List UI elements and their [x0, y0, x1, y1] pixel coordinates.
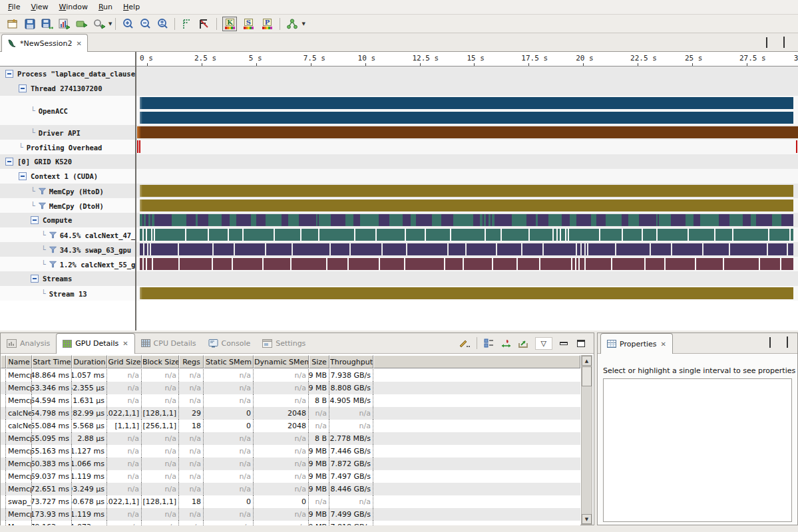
scroll-up-icon[interactable]: ▲	[582, 356, 592, 366]
table-row[interactable]: Memcpy160.383 ms1.066 msn/an/an/an/an/a9…	[1, 458, 580, 470]
stream-13-bar[interactable]	[136, 286, 798, 301]
timeline-bar[interactable]	[140, 214, 793, 226]
search-dropdown-caret[interactable]: ▼	[108, 21, 112, 27]
zoom-fit-icon[interactable]	[154, 16, 170, 32]
properties-close-icon[interactable]: ✕	[661, 340, 666, 348]
collapse-icon[interactable]	[31, 275, 39, 283]
driver-api-bar[interactable]	[136, 125, 798, 140]
tree-row[interactable]: [0] GRID K520	[0, 154, 135, 169]
kernel-swap63-bar[interactable]	[136, 242, 798, 257]
menu-run[interactable]: Run	[93, 1, 118, 13]
table-row[interactable]: calcNext155.084 ms5.568 µs[1,1,1][256,1,…	[1, 420, 580, 432]
filter-icon[interactable]	[39, 202, 46, 209]
tree-row[interactable]: └Profiling Overhead	[0, 140, 135, 154]
new-session-icon[interactable]	[5, 16, 21, 32]
gpu-details-table[interactable]: NameStart TimeDurationGrid SizeBlock Siz…	[1, 355, 580, 525]
timeline-bar[interactable]	[140, 185, 793, 197]
tree-row[interactable]: Thread 2741307200	[0, 81, 135, 96]
table-row[interactable]: calcNext154.798 ms282.99 µs[1022,1,1][12…	[1, 407, 580, 420]
column-header[interactable]: Name	[6, 355, 32, 368]
table-row[interactable]: Memcpy154.594 ms1.631 µsn/an/an/an/an/a8…	[1, 394, 580, 407]
tab-console[interactable]: Console	[202, 333, 257, 353]
tab-properties[interactable]: Properties ✕	[600, 333, 673, 354]
tree-row[interactable]: └34.3% swap_63_gpu	[0, 242, 135, 257]
collapse-icon[interactable]	[19, 172, 27, 180]
collapse-icon[interactable]	[5, 70, 13, 78]
openacc-bar-1[interactable]	[136, 96, 798, 110]
filter-icon[interactable]	[49, 231, 57, 238]
tree-row[interactable]: └Driver API	[0, 125, 135, 140]
tree-row[interactable]: Streams	[0, 271, 135, 286]
scrollbar-thumb[interactable]	[582, 366, 592, 386]
tree-row[interactable]: └OpenACC	[0, 96, 135, 125]
session-tab[interactable]: *NewSession2 ✕	[1, 34, 88, 52]
tab-settings[interactable]: Settings	[256, 333, 311, 353]
kernel-calcnext47-bar[interactable]	[136, 227, 798, 242]
layout-icon[interactable]	[481, 335, 497, 351]
timeline-bar[interactable]	[140, 112, 793, 124]
tree-row[interactable]: Process "laplace_data_clauses 10...	[0, 66, 135, 81]
tab-gpu-details[interactable]: GPU Details ✕	[56, 333, 134, 354]
filter-icon[interactable]	[49, 261, 57, 267]
kernel-calcnext55-bar[interactable]	[136, 257, 798, 271]
search-icon[interactable]	[91, 16, 107, 32]
menu-window[interactable]: Window	[54, 1, 93, 13]
memcpy-dtoh-bar[interactable]	[136, 198, 798, 213]
timeline-bar[interactable]	[137, 126, 798, 138]
column-header[interactable]: Grid Size	[107, 355, 142, 368]
minimize-timeline-icon[interactable]	[766, 39, 767, 47]
timeline-bar[interactable]	[140, 97, 793, 109]
column-header[interactable]: Dynamic SMem	[254, 355, 309, 368]
timeline-bar[interactable]	[140, 243, 793, 255]
maximize-properties-icon[interactable]	[787, 338, 788, 347]
table-row[interactable]: Memcpy173.93 ms1.119 msn/an/an/an/an/a9 …	[1, 508, 580, 521]
table-row[interactable]: Memcpy148.864 ms1.057 msn/an/an/an/an/a9…	[1, 369, 580, 382]
session-tab-close-icon[interactable]: ✕	[76, 40, 81, 47]
column-header[interactable]: Regs	[179, 355, 204, 368]
profiling-tick[interactable]	[139, 140, 140, 153]
rename-icon[interactable]	[74, 16, 90, 32]
minimize-properties-icon[interactable]	[769, 338, 771, 347]
column-header[interactable]: Block Size	[142, 355, 179, 368]
column-header[interactable]: Start Time	[32, 355, 72, 368]
table-row[interactable]: Memcpy179.163 ms1.073 msn/an/an/an/an/a9…	[1, 521, 580, 525]
tree-row[interactable]: Compute	[0, 213, 135, 227]
process-row[interactable]	[136, 66, 798, 81]
export-icon[interactable]	[516, 335, 532, 351]
column-header[interactable]: Static SMem	[204, 355, 254, 368]
menu-view[interactable]: View	[25, 1, 53, 13]
stream-coloring-button[interactable]: S	[241, 17, 256, 31]
table-row[interactable]: Memcpy155.163 ms1.127 msn/an/an/an/an/a9…	[1, 445, 580, 458]
report-icon[interactable]	[57, 16, 73, 32]
tree-row[interactable]: Context 1 (CUDA)	[0, 169, 135, 184]
zoom-out-icon[interactable]	[137, 16, 153, 32]
timeline-canvas[interactable]	[136, 66, 798, 331]
compute-bar[interactable]	[136, 213, 798, 227]
marker-flag-icon[interactable]	[196, 16, 212, 32]
marker-free-icon[interactable]	[179, 16, 195, 32]
streams-row[interactable]	[136, 271, 798, 286]
analysis-dropdown-caret[interactable]: ▼	[301, 21, 305, 27]
column-header[interactable]: Size	[309, 355, 329, 368]
openacc-bar-2[interactable]	[136, 110, 798, 125]
view-menu-icon[interactable]: ▽	[535, 337, 552, 350]
collapse-icon[interactable]	[19, 84, 27, 92]
tree-row[interactable]: └MemCpy (HtoD)	[0, 184, 135, 198]
collapse-icon[interactable]	[31, 216, 39, 224]
process-coloring-button[interactable]: P	[260, 17, 274, 31]
timeline-ruler[interactable]: 0 s2.5 s5 s7.5 s10 s12.5 s15 s17.5 s20 s…	[0, 52, 798, 66]
column-header[interactable]: Throughput	[329, 355, 373, 368]
menu-help[interactable]: Help	[118, 1, 145, 13]
table-row[interactable]: Memcpy153.346 ms62.355 µsn/an/an/an/an/a…	[1, 382, 580, 394]
gpu-details-close-icon[interactable]: ✕	[122, 340, 128, 347]
timeline-bar[interactable]	[140, 229, 793, 241]
timeline-bar[interactable]	[140, 200, 793, 211]
filter-icon[interactable]	[49, 246, 57, 253]
collapse-icon[interactable]	[5, 158, 13, 166]
filter-icon[interactable]	[39, 188, 46, 194]
memcpy-htod-bar[interactable]	[136, 184, 798, 198]
table-row[interactable]: Memcpy155.095 ms2.88 µsn/an/an/an/an/a8 …	[1, 432, 580, 445]
save-all-icon[interactable]	[39, 16, 55, 32]
maximize-timeline-icon[interactable]	[783, 39, 785, 47]
column-header[interactable]: Duration	[72, 355, 107, 368]
